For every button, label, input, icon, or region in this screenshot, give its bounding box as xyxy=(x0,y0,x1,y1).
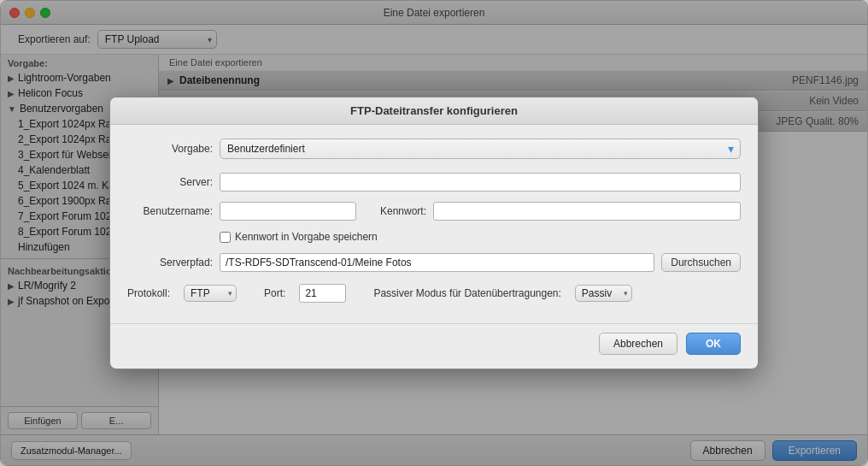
ftp-dialog: FTP-Dateitransfer konfigurieren Vorgabe:… xyxy=(109,97,759,369)
benutzername-label: Benutzername: xyxy=(127,205,213,217)
kennwort-label: Kennwort: xyxy=(367,205,426,217)
vorgabe-select-wrapper: Benutzerdefiniert ▾ xyxy=(220,139,741,159)
server-row: Server: xyxy=(127,173,741,192)
vorgabe-select[interactable]: Benutzerdefiniert xyxy=(220,139,741,159)
serverpfad-label: Serverpfad: xyxy=(127,257,213,268)
port-label: Port: xyxy=(264,287,285,299)
vorgabe-label: Vorgabe: xyxy=(127,143,213,155)
passiv-select[interactable]: Passiv Aktiv xyxy=(575,285,632,302)
ftp-dialog-body: Vorgabe: Benutzerdefiniert ▾ Server: Be xyxy=(110,125,758,323)
protokoll-select-wrapper: FTP SFTP FTPS ▾ xyxy=(184,285,237,302)
serverpfad-input[interactable] xyxy=(220,253,654,272)
kennwort-speichern-checkbox[interactable] xyxy=(220,232,231,243)
kennwort-speichern-row: Kennwort in Vorgabe speichern xyxy=(220,231,741,243)
ftp-ok-button[interactable]: OK xyxy=(686,333,741,355)
benutzername-input[interactable] xyxy=(220,202,356,221)
benutzer-kennwort-row: Benutzername: Kennwort: xyxy=(127,202,741,221)
protokoll-row: Protokoll: FTP SFTP FTPS ▾ Port: Passive… xyxy=(127,284,741,303)
protokoll-select[interactable]: FTP SFTP FTPS xyxy=(184,285,237,302)
durchsuchen-button[interactable]: Durchsuchen xyxy=(661,253,741,272)
server-input[interactable] xyxy=(220,173,741,192)
serverpfad-row: Serverpfad: Durchsuchen xyxy=(127,253,741,272)
main-window: Eine Datei exportieren Exportieren auf: … xyxy=(0,0,868,466)
protokoll-label: Protokoll: xyxy=(127,287,170,299)
vorgabe-row: Vorgabe: Benutzerdefiniert ▾ xyxy=(127,139,741,159)
passiv-select-wrapper: Passiv Aktiv ▾ xyxy=(575,285,632,302)
server-label: Server: xyxy=(127,176,213,188)
ftp-dialog-title: FTP-Dateitransfer konfigurieren xyxy=(110,97,758,125)
passiv-label: Passiver Modus für Datenübertragungen: xyxy=(373,287,560,299)
overlay-backdrop: FTP-Dateitransfer konfigurieren Vorgabe:… xyxy=(1,1,867,465)
ftp-cancel-button[interactable]: Abbrechen xyxy=(599,333,677,355)
ftp-dialog-footer: Abbrechen OK xyxy=(110,323,758,369)
port-input[interactable] xyxy=(299,284,346,303)
kennwort-speichern-label: Kennwort in Vorgabe speichern xyxy=(235,231,378,243)
kennwort-input[interactable] xyxy=(433,202,741,221)
